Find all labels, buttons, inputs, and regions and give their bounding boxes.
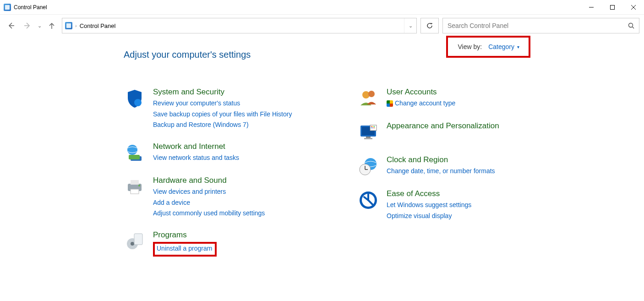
shield-icon xyxy=(124,88,146,109)
window-title: Control Panel xyxy=(14,4,47,11)
category-clock-region: Clock and Region Change date, time, or n… xyxy=(357,155,550,177)
category-user-accounts: User Accounts Change account type xyxy=(357,88,550,109)
search-input[interactable] xyxy=(448,22,628,29)
svg-point-9 xyxy=(134,99,142,106)
svg-rect-26 xyxy=(372,126,373,127)
highlight-uninstall-program: Uninstall a program xyxy=(153,242,217,257)
printer-icon xyxy=(124,176,146,198)
svg-rect-19 xyxy=(134,234,142,245)
svg-point-18 xyxy=(131,242,134,246)
breadcrumb[interactable]: Control Panel xyxy=(80,22,116,29)
link-uninstall-program[interactable]: Uninstall a program xyxy=(157,244,212,254)
address-dropdown-button[interactable]: ⌄ xyxy=(404,18,416,33)
uac-shield-icon xyxy=(387,100,393,107)
titlebar: Control Panel xyxy=(0,0,644,15)
svg-line-8 xyxy=(633,27,634,29)
view-by-value[interactable]: Category xyxy=(488,43,514,50)
category-network-internet: Network and Internet View network status… xyxy=(124,142,316,164)
programs-icon xyxy=(124,230,146,252)
content-area: Adjust your computer's settings View by:… xyxy=(0,37,644,257)
up-button[interactable] xyxy=(45,19,58,32)
category-title[interactable]: User Accounts xyxy=(387,88,455,97)
category-appearance: Appearance and Personalization xyxy=(357,121,550,143)
category-column-right: User Accounts Change account type Appear… xyxy=(357,88,550,257)
svg-rect-32 xyxy=(364,138,372,139)
clock-globe-icon xyxy=(357,155,379,177)
monitor-icon xyxy=(357,121,379,143)
chevron-down-icon: ▾ xyxy=(517,44,519,49)
recent-locations-button[interactable]: ⌄ xyxy=(38,23,42,29)
view-by-label: View by: xyxy=(458,43,482,50)
svg-point-21 xyxy=(368,91,375,97)
link-date-time-formats[interactable]: Change date, time, or number formats xyxy=(387,166,495,176)
link-review-status[interactable]: Review your computer's status xyxy=(153,99,292,109)
svg-rect-12 xyxy=(129,155,140,159)
category-programs: Programs Uninstall a program xyxy=(124,230,316,257)
close-button[interactable] xyxy=(623,0,644,15)
control-panel-icon xyxy=(4,4,11,11)
maximize-button[interactable] xyxy=(602,0,623,15)
forward-button[interactable] xyxy=(21,19,34,32)
category-system-security: System and Security Review your computer… xyxy=(124,88,316,130)
search-icon xyxy=(628,22,634,29)
svg-rect-31 xyxy=(366,137,371,138)
svg-rect-30 xyxy=(374,127,375,128)
link-mobility-settings[interactable]: Adjust commonly used mobility settings xyxy=(153,208,265,219)
svg-point-16 xyxy=(138,185,140,186)
address-icon xyxy=(65,22,72,29)
window-controls xyxy=(581,0,644,15)
svg-point-7 xyxy=(629,23,633,27)
link-network-status[interactable]: View network status and tasks xyxy=(153,153,239,163)
link-devices-printers[interactable]: View devices and printers xyxy=(153,187,265,197)
category-title[interactable]: System and Security xyxy=(153,88,292,97)
svg-rect-15 xyxy=(131,189,139,194)
svg-point-10 xyxy=(127,145,137,155)
svg-rect-28 xyxy=(371,127,372,128)
link-file-history[interactable]: Save backup copies of your files with Fi… xyxy=(153,109,292,120)
page-title: Adjust your computer's settings xyxy=(124,49,251,60)
link-add-device[interactable]: Add a device xyxy=(153,198,265,208)
navbar: ⌄ › Control Panel ⌄ xyxy=(0,15,644,37)
breadcrumb-separator-icon: › xyxy=(75,23,77,28)
user-accounts-icon xyxy=(357,88,379,109)
category-hardware-sound: Hardware and Sound View devices and prin… xyxy=(124,176,316,219)
back-button[interactable] xyxy=(5,19,17,32)
category-ease-of-access: Ease of Access Let Windows suggest setti… xyxy=(357,189,550,221)
refresh-button[interactable] xyxy=(420,18,439,33)
link-change-account-type[interactable]: Change account type xyxy=(387,99,455,109)
search-box[interactable] xyxy=(442,18,639,33)
category-title[interactable]: Appearance and Personalization xyxy=(387,121,499,131)
view-by-selector[interactable]: View by: Category ▾ xyxy=(446,36,530,58)
category-title[interactable]: Network and Internet xyxy=(153,142,239,151)
svg-rect-1 xyxy=(611,5,615,9)
category-title[interactable]: Ease of Access xyxy=(387,189,471,198)
minimize-button[interactable] xyxy=(581,0,602,15)
link-windows-suggest[interactable]: Let Windows suggest settings xyxy=(387,200,471,210)
address-bar[interactable]: › Control Panel ⌄ xyxy=(62,18,417,33)
category-title[interactable]: Programs xyxy=(153,230,217,240)
category-column-left: System and Security Review your computer… xyxy=(124,88,316,257)
link-optimize-display[interactable]: Optimize visual display xyxy=(387,211,471,221)
svg-rect-14 xyxy=(131,180,139,185)
category-title[interactable]: Hardware and Sound xyxy=(153,176,265,185)
globe-network-icon xyxy=(124,142,146,164)
svg-rect-29 xyxy=(372,127,373,128)
svg-rect-25 xyxy=(371,126,372,127)
ease-of-access-icon xyxy=(357,189,379,211)
category-title[interactable]: Clock and Region xyxy=(387,155,495,164)
link-backup-restore[interactable]: Backup and Restore (Windows 7) xyxy=(153,120,292,130)
svg-rect-27 xyxy=(374,126,375,127)
